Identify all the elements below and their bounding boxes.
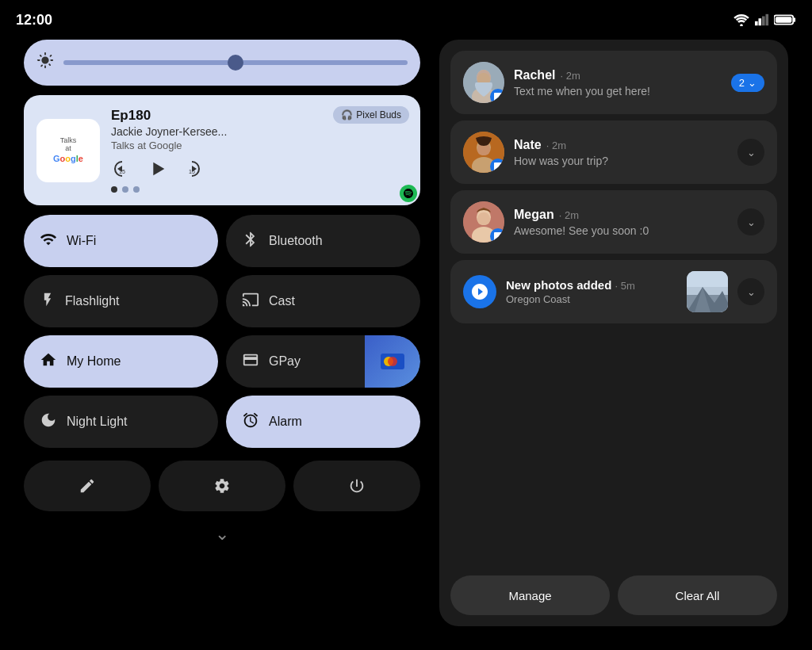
- notif-name-megan: Megan: [514, 208, 554, 222]
- headphone-icon: 🎧: [341, 109, 353, 120]
- expand-button-megan[interactable]: ⌄: [737, 208, 764, 235]
- gpay-card: [365, 335, 420, 388]
- notif-content-megan: Megan · 2m Awesome! See you soon :0: [514, 208, 728, 237]
- svg-rect-3: [762, 17, 765, 26]
- manage-button[interactable]: Manage: [450, 575, 610, 615]
- brightness-icon: [36, 52, 54, 74]
- google-logo: Google: [53, 154, 83, 163]
- svg-text:15: 15: [189, 169, 195, 174]
- bluetooth-label: Bluetooth: [269, 234, 323, 248]
- tile-bluetooth[interactable]: Bluetooth: [226, 215, 420, 267]
- svg-rect-1: [755, 21, 758, 25]
- photos-thumbnail: [687, 271, 728, 312]
- notification-actions: Manage Clear All: [450, 575, 777, 615]
- gpay-icon: [242, 351, 259, 372]
- status-bar: 12:00: [0, 0, 812, 40]
- flashlight-label: Flashlight: [65, 294, 119, 308]
- notification-rachel[interactable]: Rachel · 2m Text me when you get here! 2…: [450, 51, 777, 114]
- wifi-label: Wi-Fi: [67, 234, 96, 248]
- notif-msg-nate: How was your trip?: [514, 155, 728, 167]
- skip-back-button[interactable]: 15: [111, 158, 133, 180]
- brightness-track[interactable]: [63, 60, 408, 65]
- notifications-panel: Rachel · 2m Text me when you get here! 2…: [439, 40, 788, 626]
- media-controls: 15 15: [111, 158, 408, 180]
- signal-icon: [755, 13, 769, 26]
- media-dots: [111, 186, 408, 193]
- bottom-controls: [24, 461, 420, 511]
- talks-text: Talksat: [60, 137, 77, 153]
- alarm-label: Alarm: [269, 415, 302, 429]
- status-icons: [733, 13, 796, 26]
- notif-name-nate: Nate: [514, 138, 542, 152]
- chevron-down[interactable]: ⌄: [24, 524, 420, 545]
- nightlight-icon: [40, 411, 57, 432]
- svg-text:15: 15: [119, 169, 125, 174]
- status-time: 12:00: [16, 12, 52, 29]
- tile-myhome[interactable]: My Home: [24, 335, 218, 388]
- brightness-slider[interactable]: [24, 40, 420, 86]
- media-card: Talksat Google Ep180 Jackie Joyner-Kerse…: [24, 95, 420, 205]
- notification-photos[interactable]: New photos added · 5m Oregon Coast ⌄: [450, 260, 777, 323]
- svg-point-0: [740, 24, 743, 26]
- photos-title: New photos added · 5m: [506, 278, 677, 292]
- tile-alarm[interactable]: Alarm: [226, 396, 420, 448]
- avatar-nate: [463, 132, 504, 173]
- skip-forward-button[interactable]: 15: [181, 158, 203, 180]
- wifi-icon: [40, 231, 57, 251]
- avatar-megan: [463, 201, 504, 243]
- tile-flashlight[interactable]: Flashlight: [24, 275, 218, 327]
- battery-icon: [774, 13, 796, 26]
- wifi-status-icon: [733, 13, 750, 26]
- tile-cast[interactable]: Cast: [226, 275, 420, 327]
- clear-all-button[interactable]: Clear All: [618, 575, 777, 615]
- dot-2: [122, 186, 128, 193]
- dot-3: [133, 186, 140, 193]
- notif-content-nate: Nate · 2m How was your trip?: [514, 138, 728, 167]
- notification-megan[interactable]: Megan · 2m Awesome! See you soon :0 ⌄: [450, 190, 777, 254]
- cast-icon: [242, 291, 259, 312]
- brightness-thumb: [228, 55, 243, 71]
- notification-nate[interactable]: Nate · 2m How was your trip? ⌄: [450, 120, 777, 184]
- play-button[interactable]: [146, 158, 168, 180]
- chevron-icon: ⌄: [748, 77, 756, 89]
- count-value: 2: [739, 77, 745, 89]
- svg-point-15: [388, 357, 397, 366]
- avatar-rachel: [463, 62, 504, 103]
- notif-content-rachel: Rachel · 2m Text me when you get here!: [514, 68, 722, 98]
- media-source: Talks at Google: [111, 140, 408, 151]
- left-panel: Talksat Google Ep180 Jackie Joyner-Kerse…: [24, 40, 420, 626]
- svg-rect-2: [759, 18, 762, 25]
- photos-content: New photos added · 5m Oregon Coast: [506, 278, 677, 305]
- bluetooth-icon: [242, 231, 259, 251]
- notif-name-rachel: Rachel: [514, 68, 555, 82]
- flashlight-icon: [40, 292, 56, 311]
- tile-wifi[interactable]: Wi-Fi: [24, 215, 218, 267]
- myhome-label: My Home: [67, 354, 121, 369]
- media-device: 🎧 Pixel Buds: [333, 106, 409, 124]
- settings-button[interactable]: [159, 461, 285, 511]
- svg-rect-6: [793, 17, 795, 22]
- power-button[interactable]: [293, 461, 420, 511]
- tile-gpay[interactable]: GPay: [226, 335, 420, 388]
- notif-msg-rachel: Text me when you get here!: [514, 85, 722, 98]
- message-badge-rachel: [490, 89, 504, 103]
- message-badge-nate: [490, 159, 504, 173]
- media-artwork: Talksat Google: [36, 119, 100, 182]
- media-title: Jackie Joyner-Kersee...: [111, 125, 408, 138]
- photos-icon: [463, 275, 496, 308]
- tile-nightlight[interactable]: Night Light: [24, 396, 218, 448]
- notif-msg-megan: Awesome! See you soon :0: [514, 224, 728, 237]
- notif-count-rachel[interactable]: 2 ⌄: [731, 74, 764, 92]
- svg-marker-10: [153, 162, 164, 175]
- alarm-icon: [242, 411, 259, 432]
- gpay-label: GPay: [269, 354, 301, 369]
- edit-button[interactable]: [24, 461, 151, 511]
- nightlight-label: Night Light: [67, 415, 128, 429]
- device-name: Pixel Buds: [356, 109, 401, 120]
- message-badge-megan: [490, 228, 504, 243]
- quick-tiles: Wi-Fi Bluetooth Flashlight: [24, 215, 420, 448]
- dot-1: [111, 186, 117, 193]
- expand-button-nate[interactable]: ⌄: [737, 139, 764, 166]
- expand-button-photos[interactable]: ⌄: [737, 278, 764, 305]
- svg-rect-7: [776, 17, 792, 22]
